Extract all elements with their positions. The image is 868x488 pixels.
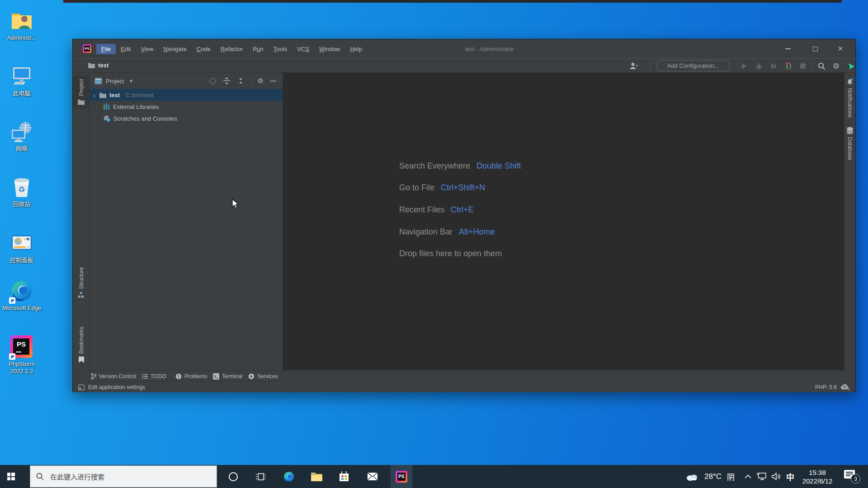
minimize-button[interactable] xyxy=(778,39,798,58)
profile-button[interactable] xyxy=(630,62,638,70)
tool-tab-structure[interactable]: Structure xyxy=(73,267,90,298)
settings-gear-icon[interactable]: ⚙ xyxy=(833,61,840,71)
locate-file-icon[interactable] xyxy=(209,77,217,85)
shortcut-arrow-overlay xyxy=(9,297,15,304)
tool-tab-problems[interactable]: Problems xyxy=(175,371,208,382)
navigation-breadcrumb[interactable]: test xyxy=(88,62,108,69)
menu-tools[interactable]: Tools xyxy=(269,44,292,54)
title-bar[interactable]: PS File Edit View Navigate Code Refactor… xyxy=(73,39,855,58)
collapse-all-icon[interactable] xyxy=(237,78,245,84)
clock-date: 2022/6/12 xyxy=(797,477,838,485)
cortana-button[interactable] xyxy=(222,465,244,488)
tool-tab-todo[interactable]: TODO xyxy=(142,371,166,382)
file-explorer-icon xyxy=(311,472,322,481)
menu-vcs[interactable]: VCS xyxy=(292,44,314,54)
close-button[interactable]: ✕ xyxy=(830,39,851,58)
action-center-button[interactable]: 3 xyxy=(844,469,862,485)
taskbar-edge-button[interactable] xyxy=(278,465,300,488)
desktop-icon-phpstorm[interactable]: PS PhpStorm 2022.1.2 xyxy=(0,335,43,375)
shortcut-label: Drop files here to open them xyxy=(399,249,502,258)
tree-node-name: External Libraries xyxy=(113,103,159,110)
stop-icon[interactable] xyxy=(800,63,806,69)
top-edge-bar-cap xyxy=(63,0,75,3)
status-right[interactable]: PHP: 5.6 ?⚙ xyxy=(815,382,850,393)
tool-tab-label: Problems xyxy=(184,373,208,380)
maximize-button[interactable] xyxy=(805,39,826,58)
start-button[interactable] xyxy=(0,465,22,488)
taskbar-store-button[interactable] xyxy=(333,465,355,488)
add-configuration-button[interactable]: Add Configuration... xyxy=(657,60,729,71)
desktop-icon-administrator[interactable]: Administr... xyxy=(0,9,43,42)
weather-cloud-icon[interactable] xyxy=(685,472,699,481)
tree-row-external-libraries[interactable]: External Libraries xyxy=(90,101,283,113)
menu-edit[interactable]: Edit xyxy=(116,44,136,54)
menu-navigate[interactable]: Navigate xyxy=(158,44,191,54)
services-icon xyxy=(248,373,255,380)
attach-process-icon[interactable] xyxy=(785,62,792,70)
desktop-icon-this-pc[interactable]: 此电脑 xyxy=(0,65,43,97)
taskbar-phpstorm-button[interactable]: PS xyxy=(391,465,412,488)
menu-run[interactable]: Run xyxy=(248,44,269,54)
project-tool-window: Project ▼ ⚙ — › test C:\tom\test xyxy=(90,73,283,370)
chevron-down-icon[interactable]: ▼ xyxy=(128,78,133,84)
php-interpreter-icon[interactable]: ?⚙ xyxy=(840,384,850,391)
recycle-bin-icon: ♻ xyxy=(10,175,33,199)
edge-icon xyxy=(283,471,295,483)
menu-view[interactable]: View xyxy=(136,44,158,54)
run-controls-group xyxy=(741,62,806,70)
desktop-icon-edge[interactable]: Microsoft Edge xyxy=(0,279,43,312)
desktop-icon-label: 控制面板 xyxy=(0,257,43,264)
taskbar-explorer-button[interactable] xyxy=(306,465,327,488)
tree-row-scratches[interactable]: Scratches and Consoles xyxy=(90,113,283,124)
volume-icon[interactable] xyxy=(772,473,781,480)
mail-icon xyxy=(367,472,378,481)
tool-tab-version-control[interactable]: Version Control xyxy=(91,371,136,382)
run-icon[interactable] xyxy=(741,63,747,70)
chevron-right-icon[interactable]: › xyxy=(93,90,99,100)
project-panel-title[interactable]: Project xyxy=(106,78,124,84)
toolwindow-toggle-icon[interactable] xyxy=(78,385,85,390)
coverage-icon[interactable] xyxy=(770,63,777,70)
tool-tab-database[interactable]: Database xyxy=(844,127,855,160)
weather-condition[interactable]: 阴 xyxy=(727,471,735,482)
task-view-button[interactable] xyxy=(250,465,271,488)
menu-window[interactable]: Window xyxy=(314,44,345,54)
libraries-icon xyxy=(104,103,110,110)
debug-icon[interactable] xyxy=(755,63,762,70)
user-icon xyxy=(630,62,638,70)
menu-code[interactable]: Code xyxy=(192,44,216,54)
taskbar-mail-button[interactable] xyxy=(362,465,383,488)
desktop-icon-control-panel[interactable]: 控制面板 xyxy=(0,231,43,264)
desktop-icon-network[interactable]: 网络 xyxy=(0,120,43,152)
tree-row-project-root[interactable]: › test C:\tom\test xyxy=(90,89,283,101)
taskbar-search-box[interactable]: 在此键入进行搜索 xyxy=(30,465,217,488)
microsoft-store-icon xyxy=(339,471,349,482)
task-view-icon xyxy=(255,472,265,481)
tool-tab-bookmarks[interactable]: Bookmarks xyxy=(73,327,90,363)
menu-file[interactable]: File xyxy=(96,44,116,54)
status-left[interactable]: Edit application settings xyxy=(78,382,145,393)
panel-settings-gear-icon[interactable]: ⚙ xyxy=(258,77,264,85)
project-view-icon[interactable] xyxy=(94,78,102,84)
weather-temperature[interactable]: 28°C xyxy=(704,472,722,481)
php-version-label[interactable]: PHP: 5.6 xyxy=(815,384,837,390)
tool-tab-terminal[interactable]: Terminal xyxy=(213,371,242,382)
ime-indicator[interactable]: 中 xyxy=(786,471,794,483)
phpstorm-icon: PS xyxy=(10,335,33,359)
tool-tab-label: Services xyxy=(257,373,278,380)
tool-tab-services[interactable]: Services xyxy=(248,371,278,382)
network-status-icon[interactable] xyxy=(757,473,766,480)
code-with-me-icon[interactable] xyxy=(847,62,855,70)
desktop-icon-recycle-bin[interactable]: ♻ 回收站 xyxy=(0,175,43,208)
folder-icon xyxy=(78,99,85,105)
search-everywhere-icon[interactable] xyxy=(818,62,826,70)
tool-tab-project[interactable]: Project xyxy=(73,75,90,108)
menu-refactor[interactable]: Refactor xyxy=(216,44,248,54)
tool-tab-notifications[interactable]: Notifications xyxy=(844,78,855,117)
menu-help[interactable]: Help xyxy=(345,44,367,54)
tray-expand-chevron-icon[interactable] xyxy=(745,474,751,479)
taskbar-clock[interactable]: 15:38 2022/6/12 xyxy=(797,465,838,488)
expand-all-icon[interactable] xyxy=(223,77,231,84)
hide-panel-icon[interactable]: — xyxy=(270,77,276,84)
problems-icon xyxy=(175,373,182,380)
